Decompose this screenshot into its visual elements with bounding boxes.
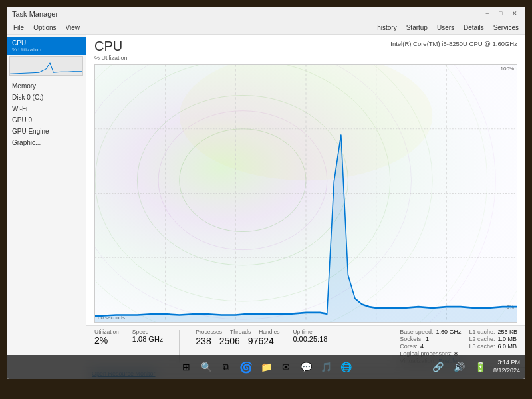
cpu-graph-container: 100% 0% 60 seconds bbox=[94, 64, 517, 323]
sockets-key: Sockets: bbox=[400, 336, 423, 342]
menu-users[interactable]: Users bbox=[433, 23, 458, 32]
window-title: Task Manager bbox=[12, 10, 58, 18]
sidebar-item-gpu0[interactable]: GPU 0 bbox=[7, 114, 86, 126]
processes-label: Processes bbox=[196, 329, 222, 335]
base-speed-val: 1.60 GHz bbox=[436, 329, 461, 335]
cpu-panel: CPU % Utilization Intel(R) Core(TM) i5-8… bbox=[86, 35, 525, 379]
taskbar-spotify-icon[interactable]: 🎵 bbox=[317, 358, 334, 376]
detail-sockets: Sockets: 1 bbox=[400, 336, 461, 342]
threads-value: 2506 bbox=[219, 336, 240, 347]
menu-history[interactable]: history bbox=[373, 23, 400, 32]
speed-value: 1.08 GHz bbox=[132, 335, 163, 343]
detail-base-speed: Base speed: 1.60 GHz bbox=[400, 329, 461, 335]
sidebar-item-disk[interactable]: Disk 0 (C:) bbox=[7, 92, 86, 103]
taskbar-battery-icon[interactable]: 🔋 bbox=[472, 358, 489, 376]
taskbar-file-icon[interactable]: 📁 bbox=[257, 358, 275, 376]
detail-l1: L1 cache: 256 KB bbox=[469, 329, 517, 335]
taskbar: ⊞ 🔍 ⧉ 🌀 📁 ✉ 💬 🎵 🌐 🔗 🔊 🔋 3:14 PM 8/12/202… bbox=[7, 355, 525, 379]
handles-label: Handles bbox=[259, 329, 279, 335]
taskbar-search-icon[interactable]: 🔍 bbox=[198, 358, 215, 376]
minimize-button[interactable]: − bbox=[485, 10, 493, 18]
taskbar-taskview-icon[interactable]: ⧉ bbox=[217, 358, 235, 376]
sidebar-item-graphic[interactable]: Graphic... bbox=[7, 137, 86, 148]
sidebar-section: CPU % Utilization bbox=[7, 35, 86, 80]
detail-cores: Cores: 4 bbox=[400, 343, 461, 350]
taskbar-network-icon[interactable]: 🔗 bbox=[430, 358, 447, 376]
taskbar-right: 🔗 🔊 🔋 3:14 PM 8/12/2024 bbox=[430, 358, 520, 376]
close-button[interactable]: ✕ bbox=[512, 10, 520, 18]
sidebar-item-wifi[interactable]: Wi-Fi bbox=[7, 103, 86, 114]
sidebar-cpu-sub: % Utilization bbox=[12, 47, 80, 53]
taskbar-whatsapp-icon[interactable]: 💬 bbox=[297, 358, 315, 376]
main-content: CPU % Utilization Memory Disk 0 (C:) Wi-… bbox=[7, 35, 525, 379]
window-controls: − □ ✕ bbox=[485, 10, 520, 18]
sidebar: CPU % Utilization Memory Disk 0 (C:) Wi-… bbox=[7, 35, 86, 379]
uptime-value: 0:00:25:18 bbox=[293, 335, 327, 343]
detail-l3: L3 cache: 6.0 MB bbox=[469, 343, 517, 350]
menu-startup[interactable]: Startup bbox=[402, 23, 432, 32]
title-bar: Task Manager − □ ✕ bbox=[7, 7, 525, 21]
stat-row-labels: Processes Threads Handles bbox=[196, 329, 279, 335]
stat-row-values: 238 2506 97624 bbox=[196, 336, 279, 347]
menu-services[interactable]: Services bbox=[489, 23, 523, 32]
processes-value: 238 bbox=[196, 336, 211, 347]
taskbar-center: ⊞ 🔍 ⧉ 🌀 📁 ✉ 💬 🎵 🌐 bbox=[178, 358, 354, 376]
uptime-label: Up time bbox=[293, 329, 327, 335]
restore-button[interactable]: □ bbox=[499, 10, 507, 18]
sidebar-cpu-mini-graph bbox=[9, 56, 83, 76]
cpu-model: Intel(R) Core(TM) i5-8250U CPU @ 1.60GHz bbox=[390, 40, 517, 47]
task-manager-window: Task Manager − □ ✕ File Options View his… bbox=[7, 7, 525, 379]
taskbar-date-display: 8/12/2024 bbox=[493, 367, 520, 375]
utilization-label: Utilization bbox=[94, 329, 119, 335]
taskbar-volume-icon[interactable]: 🔊 bbox=[451, 358, 468, 376]
menu-bar: File Options View history Startup Users … bbox=[7, 21, 525, 35]
utilization-value: 2% bbox=[94, 335, 119, 346]
handles-value: 97624 bbox=[248, 336, 274, 347]
menu-options[interactable]: Options bbox=[29, 23, 60, 32]
cpu-title: CPU bbox=[94, 39, 128, 54]
l2-val: 1.0 MB bbox=[497, 336, 517, 342]
taskbar-edge-icon[interactable]: 🌀 bbox=[237, 358, 255, 376]
detail-l2: L2 cache: 1.0 MB bbox=[469, 336, 517, 342]
threads-label: Threads bbox=[230, 329, 251, 335]
taskbar-mail-icon[interactable]: ✉ bbox=[277, 358, 295, 376]
sockets-val: 1 bbox=[426, 336, 429, 342]
taskbar-clock[interactable]: 3:14 PM 8/12/2024 bbox=[493, 359, 520, 374]
sidebar-item-gpu-engine[interactable]: GPU Engine bbox=[7, 126, 86, 137]
sidebar-item-cpu[interactable]: CPU % Utilization bbox=[7, 37, 86, 55]
l1-val: 256 KB bbox=[497, 329, 517, 335]
cpu-header: CPU % Utilization Intel(R) Core(TM) i5-8… bbox=[86, 35, 525, 63]
menu-file[interactable]: File bbox=[9, 23, 28, 32]
sidebar-item-memory[interactable]: Memory bbox=[7, 80, 86, 92]
l3-val: 6.0 MB bbox=[497, 343, 517, 350]
menu-details[interactable]: Details bbox=[460, 23, 488, 32]
l3-key: L3 cache: bbox=[469, 343, 495, 350]
cores-val: 4 bbox=[420, 343, 424, 350]
taskbar-windows-icon[interactable]: ⊞ bbox=[178, 358, 195, 376]
speed-label: Speed bbox=[132, 329, 163, 335]
l1-key: L1 cache: bbox=[469, 329, 495, 335]
cpu-header-left: CPU % Utilization bbox=[94, 39, 128, 61]
sidebar-cpu-label: CPU bbox=[12, 39, 80, 47]
cores-key: Cores: bbox=[400, 343, 418, 350]
taskbar-time-display: 3:14 PM bbox=[493, 359, 520, 367]
cpu-subtitle: % Utilization bbox=[94, 55, 128, 61]
screen-bezel: Task Manager − □ ✕ File Options View his… bbox=[7, 7, 525, 379]
base-speed-key: Base speed: bbox=[400, 329, 433, 335]
graph-svg bbox=[95, 65, 517, 322]
taskbar-browser-icon[interactable]: 🌐 bbox=[337, 358, 354, 376]
menu-view[interactable]: View bbox=[62, 23, 84, 32]
l2-key: L2 cache: bbox=[469, 336, 495, 342]
